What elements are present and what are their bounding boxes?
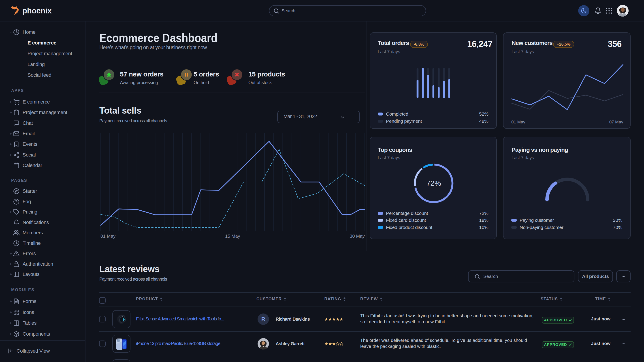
sidebar-item-faq[interactable]: Faq	[0, 196, 85, 207]
sidebar-item-tables[interactable]: Tables	[0, 318, 85, 329]
sidebar-item-project-management[interactable]: Project management	[0, 107, 85, 118]
all-products-button[interactable]: All products	[578, 270, 613, 282]
total-orders-badge: -6.8%	[410, 41, 428, 48]
tag-icon	[13, 209, 20, 215]
sidebar-item-social-feed[interactable]: Social feed	[0, 70, 85, 80]
more-options-button[interactable]	[616, 270, 630, 282]
search-icon	[474, 274, 480, 279]
sidebar-item-events[interactable]: Events	[0, 139, 85, 150]
page-subtitle: Here's what's going on at your business …	[99, 44, 207, 51]
clock-icon	[13, 240, 20, 246]
product-link[interactable]: Fitbit Sense Advanced Smartwatch with To…	[136, 317, 224, 321]
review-text: The order was delivered ahead of schedul…	[360, 338, 537, 350]
reviews-search-placeholder: Search	[483, 271, 498, 282]
grid-icon[interactable]	[606, 7, 612, 14]
sidebar-item-e-commerce[interactable]: E commerce	[0, 97, 85, 107]
stat-title: 5 orders	[194, 71, 219, 78]
sidebar-item-components[interactable]: Components	[0, 329, 85, 340]
caret-icon	[10, 132, 12, 135]
sidebar-item-notifications[interactable]: Notifications	[0, 217, 85, 228]
sidebar-item-timeline[interactable]: Timeline	[0, 238, 85, 248]
pie-chart-icon	[13, 29, 20, 35]
page-title: Ecommerce Dashboard	[99, 32, 218, 44]
status-badge: APPROVED	[542, 317, 574, 324]
phoenix-logo-icon[interactable]	[10, 6, 20, 15]
caret-icon	[10, 210, 12, 214]
product-image-laptop	[112, 359, 130, 362]
date-range-select[interactable]: Mar 1 - 31, 2022	[277, 111, 360, 123]
table-line	[99, 331, 630, 332]
legend-completed: Completed52%	[378, 111, 488, 117]
date-range-value: Mar 1 - 31, 2022	[284, 111, 317, 122]
sidebar-item-home[interactable]: Home	[0, 27, 85, 37]
search-placeholder: Search...	[282, 5, 299, 16]
sidebar-item-pricing[interactable]: Pricing	[0, 207, 85, 217]
top-navbar: phoenix Search...	[0, 0, 644, 21]
sidebar-item-chat[interactable]: Chat	[0, 118, 85, 128]
stat-icon-red	[226, 66, 244, 86]
user-avatar[interactable]	[617, 5, 628, 16]
grid-4-icon	[13, 309, 20, 316]
column-header-time[interactable]: TIME	[595, 297, 610, 301]
customer-name: Ashley Garrett	[276, 342, 304, 346]
column-header-review[interactable]: REVIEW	[360, 297, 382, 301]
collapsed-view-toggle[interactable]: Collapsed View	[0, 346, 86, 356]
new-customers-chart	[508, 61, 626, 121]
product-image-iphone	[112, 335, 130, 353]
column-header-product[interactable]: PRODUCT	[136, 297, 162, 301]
stats-divider	[99, 93, 365, 93]
time-text: Just now	[591, 317, 610, 321]
row-checkbox[interactable]	[99, 341, 106, 347]
sidebar-item-layouts[interactable]: Layouts	[0, 269, 85, 280]
sidebar-item-authentication[interactable]: Authentication	[0, 259, 85, 269]
sidebar-item-errors[interactable]: Errors	[0, 248, 85, 259]
legend-fixed-card-discount: Fixed card discount18%	[378, 217, 488, 224]
sidebar-item-email[interactable]: Email	[0, 128, 85, 139]
compass-icon	[13, 188, 20, 194]
dark-mode-toggle[interactable]	[578, 5, 590, 16]
new-customers-title: New customers	[512, 40, 552, 46]
sidebar-item-project-management[interactable]: Project management	[0, 48, 85, 59]
paying-chart	[542, 170, 593, 203]
customer-avatar[interactable]: R	[258, 314, 269, 325]
sidebar-item-icons[interactable]: Icons	[0, 307, 85, 318]
select-all-checkbox[interactable]	[99, 297, 106, 304]
row-checkbox[interactable]	[99, 316, 106, 323]
sidebar-item-members[interactable]: Members	[0, 228, 85, 238]
column-header-rating[interactable]: RATING	[324, 297, 346, 301]
reviews-search-input[interactable]: Search	[468, 270, 574, 282]
status-badge: APPROVED	[542, 341, 574, 348]
caret-icon	[10, 31, 12, 34]
column-header-status[interactable]: STATUS	[540, 297, 562, 301]
product-link[interactable]: iPhone 13 pro max-Pacific Blue-128GB sto…	[136, 341, 220, 346]
sidebar-item-social[interactable]: Social	[0, 150, 85, 160]
reviews-divider	[86, 251, 644, 251]
product-image-watch	[112, 310, 130, 328]
sidebar-section-pages: PAGES	[11, 178, 27, 183]
customer-avatar[interactable]	[258, 338, 269, 350]
row-menu-button[interactable]	[622, 343, 625, 345]
bookmark-icon	[13, 141, 20, 147]
clipboard-icon	[13, 109, 20, 116]
stat-subtitle: Out of stock	[248, 80, 272, 85]
new-customers-badge: +26.5%	[553, 41, 574, 48]
row-menu-button[interactable]	[622, 319, 625, 320]
sidebar-item-landing[interactable]: Landing	[0, 59, 85, 70]
global-search-input[interactable]: Search...	[269, 5, 426, 16]
sidebar-item-e-commerce[interactable]: E commerce	[0, 38, 85, 48]
sidebar-item-starter[interactable]: Starter	[0, 186, 85, 197]
sidebar-item-forms[interactable]: Forms	[0, 296, 85, 307]
brand-name[interactable]: phoenix	[22, 0, 52, 21]
collapsed-view-label: Collapsed View	[16, 346, 50, 356]
package-icon	[13, 331, 20, 337]
legend-swatch	[511, 219, 517, 222]
sidebar-item-calendar[interactable]: Calendar	[0, 160, 85, 171]
column-divider	[366, 21, 367, 251]
help-circle-icon	[13, 199, 20, 205]
column-header-customer[interactable]: CUSTOMER	[256, 297, 286, 301]
moon-icon	[581, 7, 587, 14]
bell-icon[interactable]	[594, 7, 602, 14]
layout-icon	[13, 271, 20, 278]
chevron-down-icon	[340, 115, 345, 120]
stat-subtitle: Awating processing	[120, 80, 158, 85]
